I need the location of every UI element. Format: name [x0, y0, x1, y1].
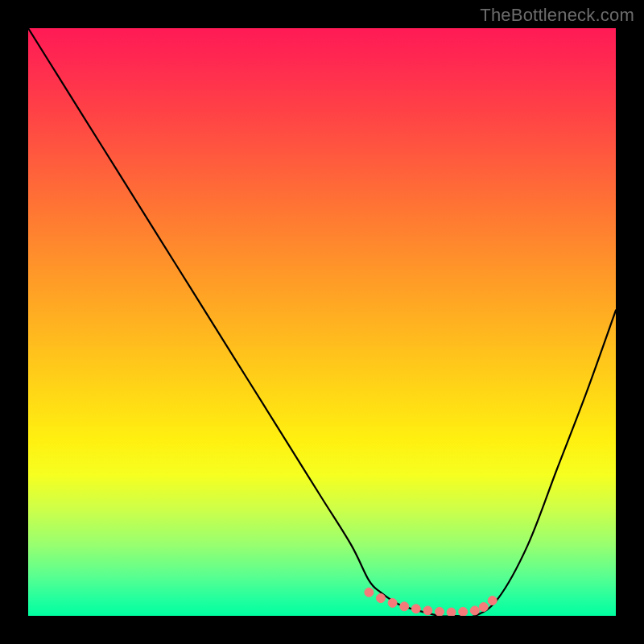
marker-dot — [459, 607, 468, 616]
watermark-text: TheBottleneck.com — [480, 5, 634, 26]
marker-dot — [365, 588, 374, 597]
bottleneck-curve — [28, 28, 616, 616]
marker-dot — [411, 605, 420, 613]
marker-dot — [423, 606, 432, 615]
marker-dot — [488, 597, 497, 605]
marker-dot — [447, 608, 456, 616]
chart-svg — [28, 28, 616, 616]
marker-dot — [470, 606, 479, 615]
marker-dot — [436, 607, 444, 616]
marker-dot — [400, 602, 409, 611]
chart-container: TheBottleneck.com — [0, 0, 644, 644]
marker-dot — [377, 594, 386, 603]
highlight-markers — [365, 588, 497, 616]
marker-dot — [479, 603, 488, 612]
marker-dot — [388, 598, 397, 607]
plot-area — [28, 28, 616, 616]
